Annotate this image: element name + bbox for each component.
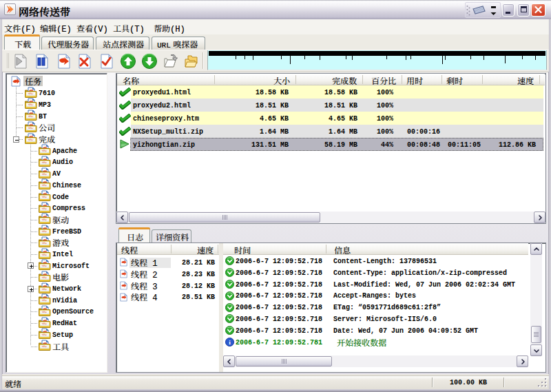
svg-text:i: i (229, 339, 231, 346)
